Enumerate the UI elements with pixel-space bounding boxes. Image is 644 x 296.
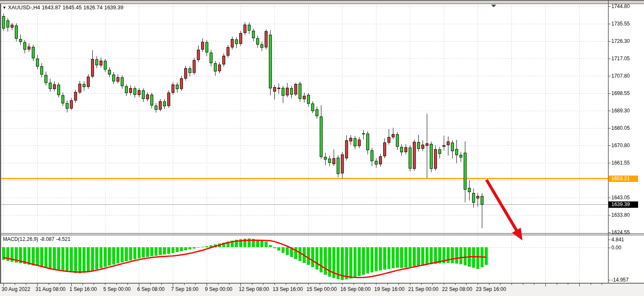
macd-axis-label: -14.957 — [611, 277, 629, 283]
time-axis-label: 7 Sep 16:00 — [171, 286, 199, 292]
time-axis-label: 30 Aug 2022 — [2, 286, 30, 292]
quote-open: 1643.87 — [42, 5, 61, 11]
symbol-period-label: XAUUSD-,H4 — [8, 5, 40, 11]
time-axis-label: 9 Sep 00:00 — [205, 286, 232, 292]
price-axis-label: 1707.80 — [611, 73, 630, 79]
quote-close: 1639.39 — [104, 5, 123, 11]
price-axis-label: 1717.05 — [611, 56, 630, 61]
time-axis-label: 6 Sep 08:00 — [137, 286, 165, 292]
time-axis-label: 31 Aug 08:00 — [36, 286, 66, 292]
time-axis-label: 19 Sep 16:00 — [374, 286, 404, 292]
quote-high: 1645.45 — [63, 5, 82, 11]
chevron-down-icon[interactable]: ▼ — [3, 6, 6, 10]
price-axis-label: 1624.55 — [611, 229, 630, 235]
macd-indicator-label: MACD(12,26,9)-8.087-4.521 — [3, 236, 72, 242]
time-axis-label: 22 Sep 08:00 — [442, 286, 472, 292]
time-axis-label: 1 Sep 16:00 — [69, 286, 97, 292]
macd-value: -8.087 — [40, 236, 54, 242]
price-axis-label: 1689.30 — [611, 108, 630, 114]
hline-price-badge: 1653.21 — [608, 176, 638, 182]
macd-name: MACD(12,26,9) — [3, 236, 38, 242]
time-axis-label: 13 Sep 16:00 — [273, 286, 303, 292]
price-axis-label: 1698.55 — [611, 90, 630, 96]
time-axis-label: 12 Sep 08:00 — [239, 286, 269, 292]
chart-window: ▼XAUUSD-,H41643.871645.451626.741639.39 … — [0, 0, 644, 296]
time-axis-label: 5 Sep 00:00 — [103, 286, 131, 292]
price-axis-label: 1633.80 — [611, 212, 630, 218]
price-chart-canvas[interactable] — [0, 0, 644, 296]
symbol-quote-bar[interactable]: ▼XAUUSD-,H41643.871645.451626.741639.39 — [3, 5, 125, 11]
macd-signal-value: -4.521 — [56, 236, 70, 242]
macd-axis-label: 0.00 — [611, 245, 621, 251]
price-axis-label: 1661.55 — [611, 160, 630, 166]
price-axis-label: 1744.80 — [611, 3, 630, 9]
price-axis-label: 1735.55 — [611, 21, 630, 27]
price-axis-label: 1670.80 — [611, 142, 630, 148]
price-axis-label: 1680.05 — [611, 125, 630, 131]
time-axis-label: 23 Sep 16:00 — [476, 286, 506, 292]
price-axis-label: 1643.05 — [611, 195, 630, 201]
macd-axis-label: 4.841 — [611, 237, 624, 243]
price-axis-label: 1726.30 — [611, 38, 630, 44]
current-price-badge: 1639.39 — [608, 201, 638, 208]
time-axis-label: 15 Sep 00:00 — [307, 286, 337, 292]
time-axis-label: 21 Sep 00:00 — [408, 286, 438, 292]
quote-low: 1626.74 — [83, 5, 102, 11]
time-axis-label: 16 Sep 08:00 — [340, 286, 370, 292]
